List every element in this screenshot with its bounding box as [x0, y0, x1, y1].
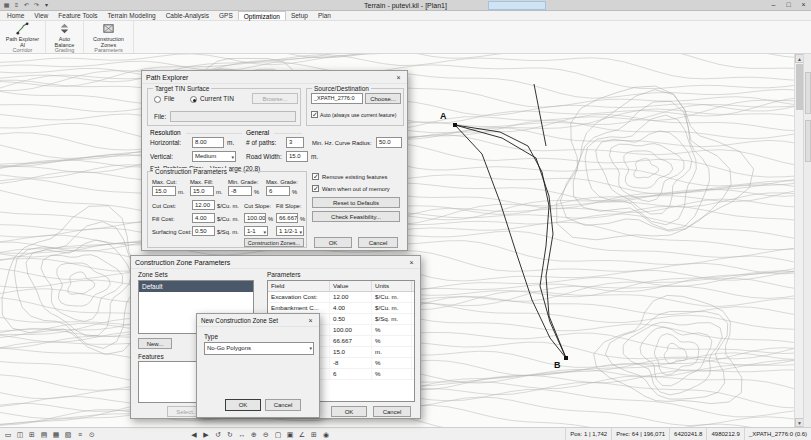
side-panel-tab[interactable]	[805, 120, 811, 162]
zoom-in-icon[interactable]: ⊕	[248, 429, 260, 440]
tab-setup[interactable]: Setup	[286, 11, 313, 20]
file-radio[interactable]	[154, 96, 161, 103]
northing-coordinate: 4980212.9	[706, 428, 743, 440]
vertical-select[interactable]: Medium	[192, 151, 236, 162]
zone-set-item[interactable]: Default	[139, 281, 253, 292]
fill-cost-label: Fill Cost:	[152, 215, 175, 223]
route-endpoint-marker[interactable]	[453, 123, 457, 127]
ok-button[interactable]: OK	[314, 237, 352, 248]
construction-zones-button[interactable]: Construction Zones	[87, 22, 130, 48]
auto-balance-button[interactable]: Auto Balance	[49, 22, 80, 48]
remove-existing-checkbox[interactable]	[312, 173, 319, 180]
road-width-input[interactable]: 15.0	[286, 151, 308, 162]
fill-slope-input[interactable]: 66.667	[276, 213, 298, 223]
data-window-icon[interactable]: ▤	[38, 429, 50, 440]
construction-zones-dialog-button[interactable]: Construction Zones...	[244, 238, 304, 247]
close-icon[interactable]: ×	[303, 315, 318, 326]
cut-slope-input[interactable]: 100.00	[244, 213, 266, 223]
cancel-button[interactable]: Cancel	[265, 399, 301, 411]
units-column-header[interactable]: Units	[372, 281, 412, 291]
max-grade-input[interactable]: 6	[266, 186, 290, 196]
plan-window-icon[interactable]: ▭	[2, 429, 14, 440]
min-grade-input[interactable]: -8	[228, 186, 252, 196]
cancel-button[interactable]: Cancel	[358, 237, 398, 248]
route-path[interactable]	[534, 84, 546, 146]
profile-window-icon[interactable]: ◫	[14, 429, 26, 440]
zoom-extents-icon[interactable]: ▣	[284, 429, 296, 440]
tile-windows-icon[interactable]: ▦	[50, 429, 62, 440]
num-paths-input[interactable]: 3	[286, 137, 304, 148]
close-button[interactable]: ×	[796, 0, 811, 11]
display-options-icon[interactable]: ⊙	[86, 429, 98, 440]
snap-icon[interactable]: ◉	[320, 429, 332, 440]
tab-home[interactable]: Home	[2, 11, 29, 20]
warn-memory-checkbox[interactable]	[312, 185, 319, 192]
new-zone-title: New Construction Zone Set	[201, 314, 278, 327]
cut-cost-unit: $/Cu. m.	[217, 202, 239, 210]
horizontal-input[interactable]: 8.00	[192, 137, 224, 148]
undo-view-icon[interactable]: ↺	[212, 429, 224, 440]
parameter-cell: -8	[330, 358, 372, 368]
surfacing-cost-input[interactable]: 0.50	[192, 226, 215, 236]
next-view-icon[interactable]: ▶	[200, 429, 212, 440]
check-feasibility-button[interactable]: Check Feasibility...	[312, 211, 400, 222]
maximize-button[interactable]: □	[781, 0, 796, 11]
tab-view[interactable]: View	[29, 11, 53, 20]
cut-slope-label: Cut Slope:	[244, 202, 271, 210]
cut-cost-input[interactable]: 12.00	[192, 200, 215, 210]
file-input[interactable]	[170, 111, 296, 122]
measure-icon[interactable]: ∠	[296, 429, 308, 440]
curve-radius-input[interactable]: 50.0	[376, 137, 402, 148]
surfacing-cost-unit: $/Sq. m.	[217, 228, 239, 236]
map-point-b-label: B	[554, 360, 561, 370]
value-column-header[interactable]: Value	[330, 281, 372, 291]
parameter-row[interactable]: Excavation Cost:12.00$/Cu. m.	[268, 292, 414, 303]
new-zone-titlebar[interactable]: New Construction Zone Set ×	[197, 314, 319, 327]
new-zone-set-button[interactable]: New...	[138, 338, 172, 349]
zoom-out-icon[interactable]: ⊖	[260, 429, 272, 440]
source-destination-input[interactable]: _XPATH_2776:0	[311, 93, 363, 104]
fill-cost-input[interactable]: 4.00	[192, 213, 215, 223]
auto-feature-checkbox[interactable]	[311, 111, 318, 118]
file-field-label: File:	[154, 113, 166, 121]
route-endpoint-marker[interactable]	[564, 356, 568, 360]
close-icon[interactable]: ×	[404, 257, 419, 268]
minimize-button[interactable]: –	[766, 0, 781, 11]
path-explorer-titlebar[interactable]: Path Explorer ×	[142, 71, 407, 84]
zone-type-select[interactable]: No-Go Polygons	[204, 342, 314, 355]
tab-plan[interactable]: Plan	[313, 11, 336, 20]
side-panel-tab[interactable]	[805, 72, 811, 114]
max-fill-input[interactable]: 15.0	[190, 186, 214, 196]
tab-cable-analysis[interactable]: Cable-Analysis	[161, 11, 214, 20]
field-column-header[interactable]: Field	[268, 281, 330, 291]
choose-button[interactable]: Choose...	[365, 93, 401, 104]
cascade-windows-icon[interactable]: ▧	[62, 429, 74, 440]
tab-gps[interactable]: GPS	[214, 11, 238, 20]
pan-icon[interactable]: ↔	[236, 429, 248, 440]
redo-view-icon[interactable]: ↻	[224, 429, 236, 440]
tab-feature-tools[interactable]: Feature Tools	[53, 11, 102, 20]
max-cut-input[interactable]: 15.0	[152, 186, 176, 196]
grid-icon[interactable]: ⊞	[308, 429, 320, 440]
list-view-icon[interactable]: ≡	[74, 429, 86, 440]
cancel-button[interactable]: Cancel	[373, 406, 411, 417]
path-explorer-button[interactable]: Path Explorer AI	[3, 22, 42, 48]
close-icon[interactable]: ×	[391, 72, 406, 83]
czp-titlebar[interactable]: Construction Zone Parameters ×	[131, 256, 420, 269]
cut-slope-ratio-select[interactable]: 1-1	[244, 226, 268, 236]
ok-button[interactable]: OK	[225, 399, 261, 411]
zoom-window-icon[interactable]: ▢	[272, 429, 284, 440]
cut-slope-unit: %	[268, 215, 273, 223]
browse-button[interactable]: Browse...	[252, 93, 298, 104]
current-tin-radio[interactable]	[190, 96, 197, 103]
scrollbar-thumb[interactable]	[796, 64, 803, 110]
navigation-toolbar: ◀▶↺↻↔⊕⊖▢▣∠⊞◉	[188, 429, 332, 440]
fill-slope-ratio-select[interactable]: 1 1/2-1	[276, 226, 304, 236]
tab-optimization[interactable]: Optimization	[238, 11, 286, 20]
section-window-icon[interactable]: ⊞	[26, 429, 38, 440]
reset-defaults-button[interactable]: Reset to Defaults	[312, 197, 400, 208]
tab-terrain-modeling[interactable]: Terrain Modeling	[103, 11, 161, 20]
ok-button[interactable]: OK	[331, 406, 367, 417]
previous-view-icon[interactable]: ◀	[188, 429, 200, 440]
vertical-scrollbar[interactable]: ▲ ▼	[794, 54, 803, 427]
